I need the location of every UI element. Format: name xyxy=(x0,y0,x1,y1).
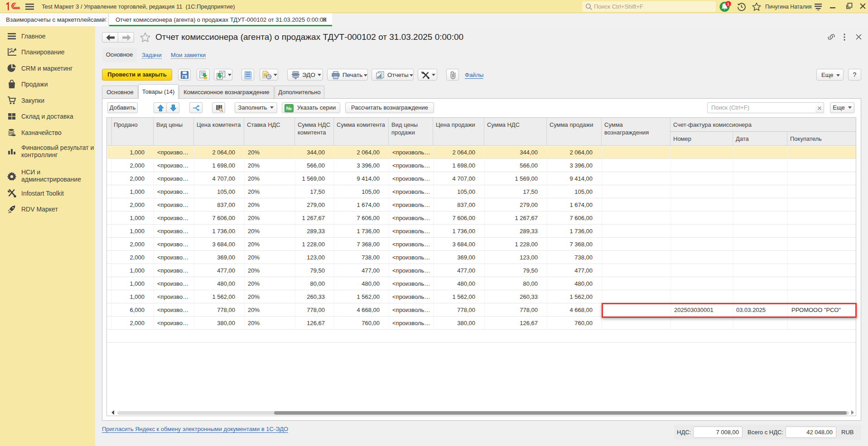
svg-text:№: № xyxy=(286,106,292,111)
svg-text:1: 1 xyxy=(727,1,730,6)
